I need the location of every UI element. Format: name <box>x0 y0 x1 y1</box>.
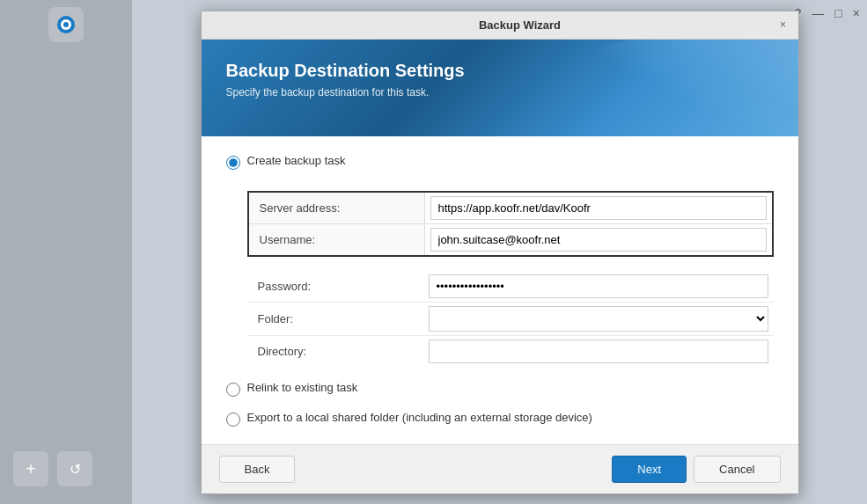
footer-left: Back <box>219 456 296 483</box>
app-logo-icon <box>48 7 84 42</box>
backup-wizard-dialog: Backup Wizard × Backup Destination Setti… <box>201 11 799 494</box>
history-icon[interactable]: ↺ <box>57 451 92 486</box>
folder-value <box>423 303 774 335</box>
folder-select[interactable] <box>429 306 768 332</box>
password-value <box>423 271 774 302</box>
password-label: Password: <box>247 273 423 300</box>
folder-row: Folder: <box>247 303 774 336</box>
footer-right: Next Cancel <box>612 456 780 483</box>
dialog-content: Create backup task Server address: Usern… <box>202 136 798 444</box>
header-title: Backup Destination Settings <box>226 61 774 81</box>
radio-group: Create backup task Server address: Usern… <box>226 154 774 427</box>
create-backup-label[interactable]: Create backup task <box>247 154 346 167</box>
directory-label: Directory: <box>247 338 423 365</box>
export-label[interactable]: Export to a local shared folder (includi… <box>247 411 592 424</box>
relink-radio[interactable] <box>226 383 240 397</box>
dialog-footer: Back Next Cancel <box>202 444 798 493</box>
header-subtitle: Specify the backup destination for this … <box>226 86 774 99</box>
directory-value <box>423 336 774 367</box>
taskbar-bottom: + ↺ <box>0 434 132 504</box>
add-task-icon[interactable]: + <box>13 451 48 486</box>
server-address-input[interactable] <box>430 196 767 220</box>
svg-point-2 <box>63 22 69 27</box>
header-banner: Backup Destination Settings Specify the … <box>202 40 798 136</box>
next-button[interactable]: Next <box>612 456 687 483</box>
username-value <box>425 224 772 255</box>
username-label: Username: <box>249 224 425 255</box>
username-row: Username: <box>249 224 772 255</box>
dialog-wrapper: Backup Wizard × Backup Destination Setti… <box>132 0 867 504</box>
password-input[interactable] <box>429 274 768 298</box>
relink-option: Relink to existing task <box>226 381 774 397</box>
folder-label: Folder: <box>247 305 423 332</box>
password-row: Password: <box>247 271 774 303</box>
export-option: Export to a local shared folder (includi… <box>226 411 774 427</box>
extra-fields: Password: Folder: <box>247 271 774 367</box>
directory-row: Directory: <box>247 336 774 367</box>
export-radio[interactable] <box>226 413 240 427</box>
directory-input[interactable] <box>429 340 768 363</box>
taskbar-left: + ↺ <box>0 0 132 504</box>
dialog-close-button[interactable]: × <box>777 18 790 31</box>
create-backup-radio[interactable] <box>226 156 240 170</box>
form-table: Server address: Username: <box>247 191 774 257</box>
username-input[interactable] <box>430 228 767 252</box>
cancel-button[interactable]: Cancel <box>694 456 780 483</box>
server-address-label: Server address: <box>249 193 425 223</box>
title-bar: Backup Wizard × <box>202 11 798 40</box>
dialog-title: Backup Wizard <box>263 18 777 32</box>
server-address-value <box>425 193 772 223</box>
title-bar-controls: × <box>777 18 790 31</box>
create-backup-option: Create backup task <box>226 154 774 170</box>
back-button[interactable]: Back <box>219 456 296 483</box>
relink-label[interactable]: Relink to existing task <box>247 381 358 394</box>
server-address-row: Server address: <box>249 193 772 224</box>
